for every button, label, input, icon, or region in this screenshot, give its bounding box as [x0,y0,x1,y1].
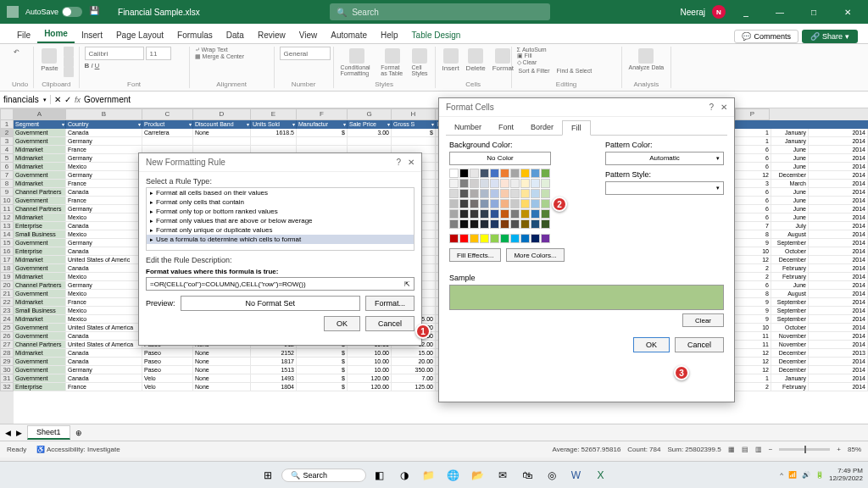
cell[interactable]: Channel Partners [14,188,66,196]
color-swatch[interactable] [531,234,540,243]
cell[interactable]: 1 [731,374,771,382]
table-header-cell[interactable]: Country [66,120,142,129]
color-swatch[interactable] [520,189,530,198]
fill-effects-button[interactable]: Fill Effects... [449,248,501,262]
dialog-titlebar[interactable]: New Formatting Rule ?✕ [139,153,421,172]
font-name-dropdown[interactable]: Calibri [85,47,144,60]
ok-button[interactable]: OK [324,316,360,331]
accessibility-status[interactable]: ♿ Accessibility: Investigate [36,446,120,453]
row-header[interactable]: 25 [0,324,14,332]
cell[interactable]: None [193,358,251,365]
cell[interactable]: Paseo [142,349,193,357]
mail-icon[interactable]: ✉ [492,464,514,486]
cell[interactable]: September [771,298,809,306]
row-header[interactable]: 12 [0,214,14,222]
cell[interactable]: 6 [731,205,771,213]
color-swatch[interactable] [480,219,489,229]
cell[interactable]: August [771,230,809,238]
cell[interactable]: 2014 [809,298,868,306]
enter-formula-icon[interactable]: ✓ [64,95,71,104]
color-swatch[interactable] [541,219,550,229]
cell[interactable]: 1804 [251,383,297,391]
font-size-dropdown[interactable]: 11 [146,47,171,60]
cell[interactable]: June [771,163,809,170]
cell[interactable]: 10 [731,247,771,255]
row-header[interactable]: 22 [0,298,14,307]
color-swatch[interactable] [510,219,520,229]
cell[interactable]: June [771,214,809,221]
col-header[interactable]: H [392,108,436,120]
color-swatch[interactable] [449,199,459,208]
row-header[interactable]: 24 [0,315,14,324]
cell[interactable]: February [771,273,809,280]
cell[interactable]: Midmarket [14,180,66,187]
color-swatch[interactable] [490,189,499,198]
row-header[interactable]: 28 [0,349,14,358]
cell[interactable]: July [771,222,809,230]
row-header[interactable]: 9 [0,188,14,197]
cell[interactable]: $ [392,129,436,136]
color-swatch[interactable] [459,234,469,243]
underline-icon[interactable]: U [95,62,100,69]
row-header[interactable]: 15 [0,239,14,247]
copy-icon[interactable] [64,57,74,67]
cell[interactable]: 2014 [809,366,868,374]
cell[interactable]: Canada [66,349,142,357]
color-swatch[interactable] [520,209,530,219]
cell[interactable]: Mexico [66,315,142,323]
row-header[interactable]: 31 [0,374,14,383]
cell[interactable]: November [771,341,809,348]
color-swatch[interactable] [510,234,520,243]
cell[interactable]: Velo [142,374,193,382]
cell[interactable]: 6 [731,154,771,162]
color-swatch[interactable] [531,199,540,208]
name-box[interactable]: financials▾ [0,95,51,104]
color-swatch[interactable] [510,199,520,208]
cell[interactable]: June [771,146,809,153]
wrap-text-button[interactable]: ⤶ Wrap Text [195,47,269,53]
clear-button[interactable]: Clear [682,313,724,327]
view-normal-icon[interactable]: ▦ [728,446,735,453]
ribbon-display-icon[interactable]: ⎯ [732,3,760,20]
color-swatch[interactable] [500,199,509,208]
close-icon[interactable]: ✕ [408,158,415,167]
cell[interactable]: 2014 [809,332,868,340]
color-swatch[interactable] [531,219,540,229]
analyze-data-button[interactable]: Analyze Data [627,47,666,72]
cell[interactable]: Germany [66,171,142,179]
cell[interactable]: Canada [66,374,142,382]
cell[interactable]: December [771,358,809,365]
color-swatch[interactable] [490,209,499,219]
cell[interactable]: June [771,188,809,196]
tab-automate[interactable]: Automate [324,27,374,43]
color-swatch[interactable] [541,209,550,219]
cell[interactable]: Channel Partners [14,281,66,289]
col-header[interactable]: P [736,108,770,120]
rule-type-list[interactable]: ▸Format all cells based on their values … [146,187,415,251]
cell[interactable]: February [771,264,809,272]
color-swatch[interactable] [470,189,479,198]
sheet-nav-prev-icon[interactable]: ◀ [5,429,11,437]
color-swatch[interactable] [541,169,550,178]
excel-task-icon[interactable]: X [590,464,612,486]
cell[interactable]: June [771,205,809,213]
cell[interactable]: Germany [66,205,142,213]
cell[interactable]: 2014 [809,137,868,145]
cell[interactable]: Mexico [66,290,142,297]
clear-button[interactable]: ◇ Clear [517,59,616,66]
cell[interactable]: Paseo [142,358,193,365]
color-swatch[interactable] [470,169,479,178]
table-header-cell[interactable]: Segment [14,120,66,129]
color-swatch[interactable] [490,179,499,188]
color-swatch[interactable] [510,209,520,219]
cell[interactable]: 350.00 [392,366,436,374]
cell[interactable]: 2 [731,383,771,391]
cell[interactable]: 10.00 [348,358,392,365]
cell[interactable]: France [66,298,142,306]
tab-table-design[interactable]: Table Design [405,27,468,43]
cell[interactable]: $ [297,349,348,357]
col-header[interactable]: F [297,108,348,120]
no-color-button[interactable]: No Color [449,152,551,165]
cell[interactable]: Germany [66,154,142,162]
cell[interactable]: 2014 [809,315,868,323]
